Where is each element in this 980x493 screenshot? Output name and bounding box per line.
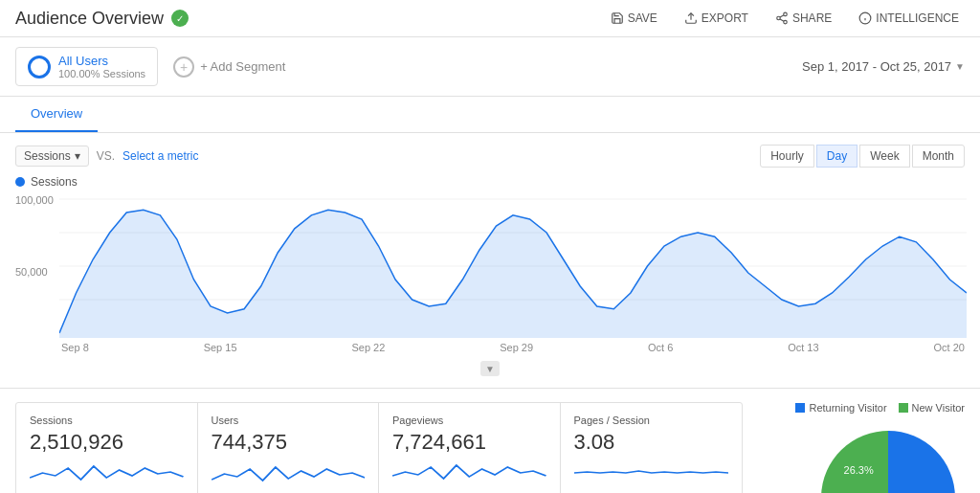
pie-chart	[812, 421, 965, 493]
dropdown-arrow: ▾	[75, 149, 80, 163]
expand-arrow-icon: ▼	[480, 361, 500, 376]
segment-sub: 100.00% Sessions	[58, 68, 145, 79]
pie-legend: Returning Visitor New Visitor	[795, 402, 965, 414]
sessions-sparkline	[30, 459, 184, 487]
vs-text: VS.	[97, 149, 115, 163]
save-button[interactable]: SAVE	[605, 8, 663, 29]
sessions-label: Sessions	[30, 415, 184, 426]
pageviews-sparkline	[392, 459, 546, 487]
top-bar: Audience Overview ✓ SAVE EXPORT SHARE IN…	[0, 0, 980, 37]
add-segment-button[interactable]: + + Add Segment	[173, 56, 285, 78]
svg-point-1	[784, 12, 788, 15]
users-label: Users	[212, 415, 366, 426]
share-icon	[775, 11, 789, 25]
export-label: EXPORT	[702, 11, 748, 25]
pageviews-value: 7,724,661	[392, 430, 546, 455]
pages-session-label: Pages / Session	[574, 415, 729, 426]
save-label: SAVE	[628, 11, 657, 25]
chart-legend: Sessions	[15, 175, 965, 189]
new-visitor-label: New Visitor	[912, 402, 965, 414]
intelligence-icon	[858, 11, 872, 25]
sessions-legend-dot	[15, 177, 25, 187]
x-label-4: Oct 6	[648, 342, 673, 353]
metric-users: Users 744,375	[198, 403, 380, 493]
segment-circle	[28, 56, 51, 78]
add-segment-icon: +	[173, 56, 194, 78]
all-users-segment[interactable]: All Users 100.00% Sessions	[15, 47, 158, 86]
chart-area	[59, 194, 967, 338]
x-label-6: Oct 20	[934, 342, 965, 353]
metric-label: Sessions	[24, 149, 71, 163]
x-label-0: Sep 8	[61, 342, 89, 353]
day-button[interactable]: Day	[816, 145, 858, 168]
metrics-right: Returning Visitor New Visitor MagicBox	[754, 402, 965, 493]
metric-dropdown[interactable]: Sessions ▾	[15, 146, 89, 167]
svg-line-5	[780, 15, 784, 17]
sessions-value: 2,510,926	[30, 430, 184, 455]
chart-y-labels: 100,000 50,000	[15, 194, 54, 338]
select-metric-link[interactable]: Select a metric	[122, 149, 198, 163]
week-button[interactable]: Week	[859, 145, 909, 168]
time-buttons: Hourly Day Week Month	[760, 145, 965, 168]
date-range-arrow: ▼	[955, 61, 965, 72]
metrics-grid: Sessions 2,510,926 Users 744,375 Pagevie…	[15, 402, 743, 493]
metric-pageviews: Pageviews 7,724,661	[379, 403, 561, 493]
date-range-text: Sep 1, 2017 - Oct 25, 2017	[802, 59, 951, 74]
expand-button[interactable]: ▼	[15, 357, 965, 380]
metric-selector: Sessions ▾ VS. Select a metric	[15, 146, 198, 167]
add-segment-label: + Add Segment	[200, 59, 285, 74]
x-label-3: Sep 29	[500, 342, 533, 353]
new-visitor-legend: New Visitor	[899, 402, 965, 414]
legend-label: Sessions	[31, 175, 78, 189]
segment-bar: All Users 100.00% Sessions + + Add Segme…	[0, 37, 980, 97]
returning-visitor-dot	[795, 403, 805, 413]
top-actions: SAVE EXPORT SHARE INTELLIGENCE	[605, 8, 965, 29]
main-chart-canvas	[59, 194, 967, 338]
svg-point-2	[777, 16, 781, 20]
share-label: SHARE	[792, 11, 832, 25]
segment-left: All Users 100.00% Sessions + + Add Segme…	[15, 47, 285, 86]
tab-bar: Overview	[0, 97, 980, 133]
title-text: Audience Overview	[15, 9, 164, 29]
pageviews-label: Pageviews	[392, 415, 546, 426]
returning-visitor-label: Returning Visitor	[809, 402, 886, 414]
tab-overview[interactable]: Overview	[15, 97, 98, 132]
chart-x-labels: Sep 8 Sep 15 Sep 22 Sep 29 Oct 6 Oct 13 …	[61, 338, 965, 357]
returning-visitor-legend: Returning Visitor	[795, 402, 886, 414]
svg-line-4	[780, 19, 784, 21]
intelligence-button[interactable]: INTELLIGENCE	[853, 8, 965, 29]
pages-session-value: 3.08	[574, 430, 729, 455]
share-button[interactable]: SHARE	[769, 8, 837, 29]
date-range-selector[interactable]: Sep 1, 2017 - Oct 25, 2017 ▼	[802, 59, 965, 74]
segment-info: All Users 100.00% Sessions	[58, 54, 145, 79]
chart-controls: Sessions ▾ VS. Select a metric Hourly Da…	[15, 145, 965, 168]
chart-section: Sessions ▾ VS. Select a metric Hourly Da…	[0, 133, 980, 389]
new-visitor-dot	[899, 403, 908, 413]
metrics-section: Sessions 2,510,926 Users 744,375 Pagevie…	[0, 389, 980, 493]
users-value: 744,375	[212, 430, 366, 455]
users-sparkline	[212, 459, 366, 487]
intelligence-label: INTELLIGENCE	[876, 11, 959, 25]
y-label-mid: 50,000	[15, 266, 54, 278]
segment-name: All Users	[58, 54, 145, 68]
x-label-1: Sep 15	[204, 342, 237, 353]
export-icon	[684, 11, 698, 25]
pages-session-sparkline	[574, 459, 729, 487]
hourly-button[interactable]: Hourly	[760, 145, 814, 168]
save-icon	[611, 11, 624, 25]
verified-icon: ✓	[171, 10, 189, 27]
x-label-2: Sep 22	[351, 342, 385, 353]
pie-chart-canvas	[812, 421, 965, 493]
svg-point-3	[784, 20, 788, 24]
month-button[interactable]: Month	[912, 145, 965, 168]
y-label-top: 100,000	[15, 194, 54, 206]
x-label-5: Oct 13	[788, 342, 818, 353]
export-button[interactable]: EXPORT	[679, 8, 754, 29]
page-title: Audience Overview ✓	[15, 9, 189, 29]
chart-wrapper: 100,000 50,000 Sep 8 Sep 15 Sep 22 Sep 2…	[15, 194, 965, 357]
metric-pages-session: Pages / Session 3.08	[561, 403, 743, 493]
metric-sessions: Sessions 2,510,926	[16, 403, 198, 493]
